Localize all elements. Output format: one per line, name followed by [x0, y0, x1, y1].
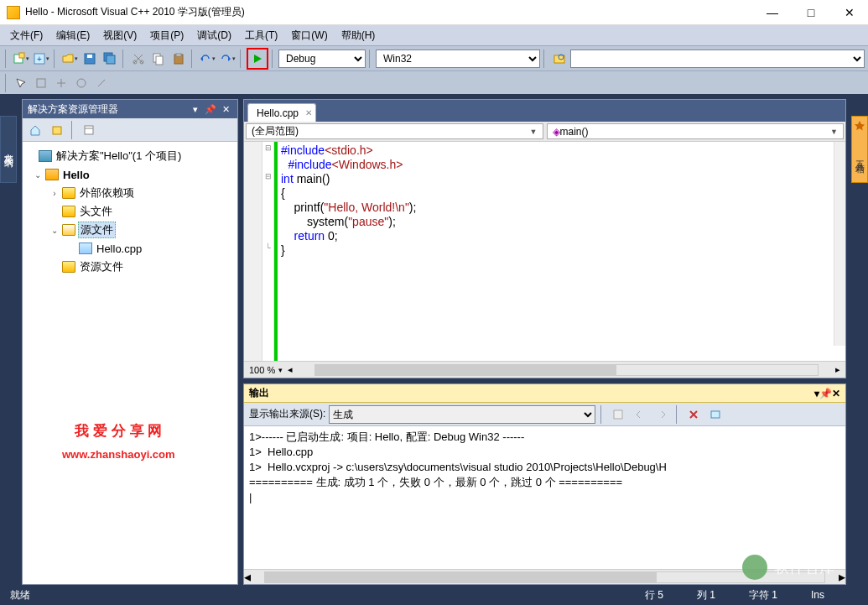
open-button[interactable]: ▾: [60, 50, 79, 68]
tree-project[interactable]: ⌄Hello: [26, 165, 234, 184]
solution-explorer-panel: 解决方案资源管理器 ▾ 📌 ✕ 解决方案"Hello"(1 个项目) ⌄Hell…: [22, 99, 238, 585]
svg-rect-21: [711, 411, 720, 418]
editor-tab-hello-cpp[interactable]: Hello.cpp✕: [247, 103, 316, 122]
window-title: Hello - Microsoft Visual C++ 2010 学习版(管理…: [25, 5, 761, 19]
tab-close-icon[interactable]: ✕: [305, 108, 312, 117]
tool3-button[interactable]: [52, 74, 70, 92]
maximize-button[interactable]: □: [799, 4, 823, 21]
zoom-level[interactable]: 100 %: [249, 365, 275, 375]
menu-project[interactable]: 项目(P): [143, 26, 190, 45]
redo-button[interactable]: ▾: [218, 50, 236, 68]
sol-refresh-button[interactable]: [48, 121, 66, 139]
menu-help[interactable]: 帮助(H): [335, 26, 382, 45]
cut-button[interactable]: [129, 50, 148, 68]
breakpoint-gutter[interactable]: [244, 142, 262, 361]
toolbar-main: ▾ +▾ ▾ ▾ ▾ Debug Win32: [0, 45, 868, 70]
status-char: 字符 1: [749, 588, 777, 602]
menu-window[interactable]: 窗口(W): [284, 26, 334, 45]
output-toolbar: 显示输出来源(S): 生成: [244, 403, 845, 426]
find-select[interactable]: [570, 50, 865, 68]
tree-folder-resource[interactable]: 资源文件: [26, 258, 234, 276]
output-next-button[interactable]: [652, 405, 671, 424]
status-line: 行 5: [645, 588, 663, 602]
output-text[interactable]: 1>------ 已启动生成: 项目: Hello, 配置: Debug Win…: [244, 426, 845, 569]
toolbar-secondary: [0, 70, 868, 94]
svg-rect-7: [107, 55, 115, 64]
config-select[interactable]: Debug: [278, 50, 366, 68]
new-project-button[interactable]: ▾: [12, 50, 30, 68]
menu-file[interactable]: 文件(F): [3, 26, 49, 45]
tool4-button[interactable]: [72, 74, 91, 92]
output-source-label: 显示输出来源(S):: [249, 407, 325, 421]
status-ins: Ins: [811, 589, 824, 601]
fold-gutter[interactable]: ⊟⊟└: [262, 142, 274, 361]
tree-folder-external[interactable]: ›外部依赖项: [26, 184, 234, 202]
menu-tools[interactable]: 工具(T): [238, 26, 284, 45]
menu-debug[interactable]: 调试(D): [190, 26, 238, 45]
tree-file-hello-cpp[interactable]: Hello.cpp: [26, 239, 234, 258]
paste-button[interactable]: [169, 50, 188, 68]
editor-tabstrip: Hello.cpp✕: [244, 100, 845, 122]
find-in-files-button[interactable]: [550, 50, 569, 68]
code-editor: Hello.cpp✕ (全局范围)▼ ◈ main()▼ ⊟⊟└ #includ…: [243, 99, 846, 378]
solution-explorer-title: 解决方案资源管理器: [28, 102, 118, 117]
output-prev-button[interactable]: [631, 405, 649, 424]
output-clear-button[interactable]: [684, 405, 703, 424]
menu-view[interactable]: 视图(V): [96, 26, 143, 45]
svg-rect-11: [156, 56, 163, 65]
status-ready: 就绪: [10, 588, 30, 602]
pointer-button[interactable]: [12, 74, 30, 92]
output-goto-button[interactable]: [609, 405, 627, 424]
output-close-button[interactable]: ✕: [832, 388, 840, 399]
sol-properties-button[interactable]: [80, 121, 98, 139]
panel-menu-button[interactable]: ▾: [189, 102, 202, 116]
svg-rect-13: [176, 54, 181, 56]
solution-explorer-header: 解决方案资源管理器 ▾ 📌 ✕: [23, 100, 237, 118]
tool2-button[interactable]: [32, 74, 50, 92]
tree-solution[interactable]: 解决方案"Hello"(1 个项目): [26, 147, 234, 165]
scope-select[interactable]: (全局范围)▼: [246, 123, 543, 139]
output-source-select[interactable]: 生成: [329, 405, 595, 424]
titlebar: Hello - Microsoft Visual C++ 2010 学习版(管理…: [0, 0, 868, 25]
solution-tree[interactable]: 解决方案"Hello"(1 个项目) ⌄Hello ›外部依赖项 头文件 ⌄源文…: [23, 142, 237, 584]
platform-select[interactable]: Win32: [376, 50, 540, 68]
output-title: 输出: [249, 386, 269, 400]
output-header: 输出 ▾ 📌 ✕: [244, 384, 845, 403]
svg-rect-16: [37, 79, 45, 87]
editor-hscrollbar[interactable]: [314, 364, 819, 376]
member-select[interactable]: ◈ main()▼: [547, 123, 845, 139]
svg-rect-20: [614, 410, 622, 419]
save-all-button[interactable]: [101, 50, 119, 68]
sidebar-tab-document-outline[interactable]: 文档大纲: [0, 116, 17, 183]
svg-rect-18: [53, 127, 61, 134]
panel-pin-button[interactable]: 📌: [204, 102, 217, 116]
app-icon: [7, 6, 20, 19]
undo-button[interactable]: ▾: [198, 50, 216, 68]
code-text[interactable]: #include<stdio.h> #include<Windows.h> in…: [278, 142, 845, 361]
menu-edit[interactable]: 编辑(E): [49, 26, 96, 45]
save-button[interactable]: [81, 50, 99, 68]
svg-rect-19: [85, 126, 93, 134]
editor-navbar: (全局范围)▼ ◈ main()▼: [244, 122, 845, 142]
code-area[interactable]: ⊟⊟└ #include<stdio.h> #include<Windows.h…: [244, 142, 845, 361]
svg-rect-5: [87, 55, 92, 58]
minimize-button[interactable]: —: [761, 4, 784, 21]
editor-footer: 100 %▾ ◂ ▸: [244, 361, 845, 378]
sol-home-button[interactable]: [26, 121, 44, 139]
status-col: 列 1: [697, 588, 715, 602]
panel-close-button[interactable]: ✕: [219, 102, 232, 116]
start-debug-button[interactable]: [247, 48, 268, 70]
tree-folder-headers[interactable]: 头文件: [26, 202, 234, 221]
output-pin-button[interactable]: 📌: [819, 388, 832, 399]
close-button[interactable]: ✕: [838, 4, 861, 21]
svg-point-17: [77, 79, 86, 87]
tree-folder-source[interactable]: ⌄源文件: [26, 221, 234, 239]
sidebar-tab-toolbox[interactable]: 工具箱: [851, 116, 868, 183]
add-item-button[interactable]: +▾: [32, 50, 50, 68]
svg-rect-1: [19, 53, 24, 58]
tool5-button[interactable]: [92, 74, 111, 92]
copy-button[interactable]: [149, 50, 168, 68]
output-wrap-button[interactable]: [706, 405, 725, 424]
output-hscrollbar[interactable]: ◂▸: [244, 569, 845, 584]
overview-ruler[interactable]: [834, 142, 845, 346]
